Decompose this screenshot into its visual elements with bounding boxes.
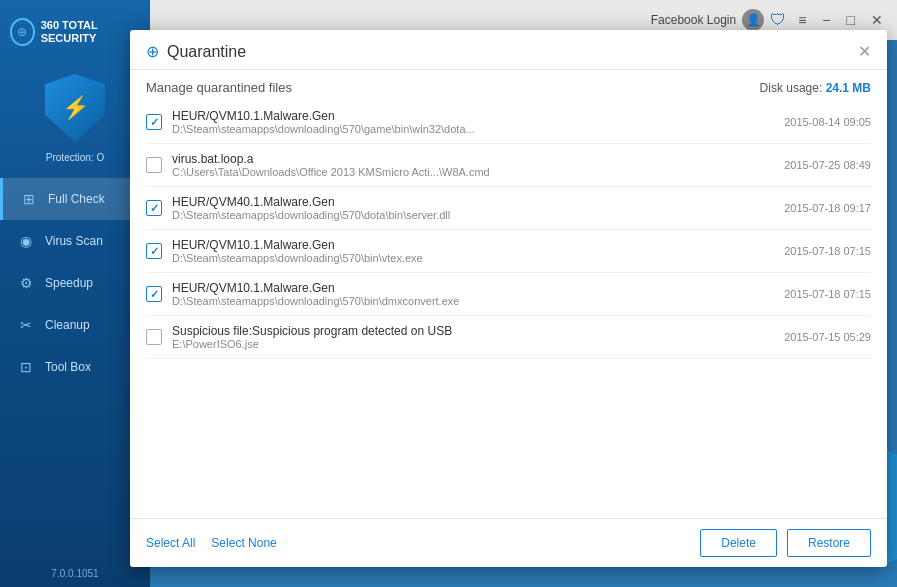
dialog-subheader: Manage quarantined files Disk usage: 24.… [130, 70, 887, 101]
file-date-5: 2015-07-15 05:29 [784, 331, 871, 343]
shield-small-icon: 🛡 [770, 11, 786, 29]
nav-items: ⊞ Full Check ◉ Virus Scan ⚙ Speedup ✂ Cl… [0, 178, 150, 560]
sidebar-item-virus-scan[interactable]: ◉ Virus Scan [0, 220, 150, 262]
file-date-0: 2015-08-14 09:05 [784, 116, 871, 128]
app-name: 360 TOTAL SECURITY [41, 19, 140, 45]
file-info-2: HEUR/QVM40.1.Malware.Gen D:\Steam\steama… [172, 195, 774, 221]
facebook-login-text: Facebook Login [651, 13, 736, 27]
dialog-footer: Select All Select None Delete Restore [130, 518, 887, 567]
virus-scan-label: Virus Scan [45, 234, 103, 248]
user-avatar: 👤 [742, 9, 764, 31]
cleanup-icon: ✂ [15, 314, 37, 336]
file-path-0: D:\Steam\steamapps\downloading\570\game\… [172, 123, 774, 135]
speedup-label: Speedup [45, 276, 93, 290]
disk-usage: Disk usage: 24.1 MB [760, 81, 871, 95]
file-name-4: HEUR/QVM10.1.Malware.Gen [172, 281, 774, 295]
dialog-title: Quarantine [167, 43, 246, 61]
file-checkbox-5[interactable] [146, 329, 162, 345]
sidebar: ⊕ 360 TOTAL SECURITY ⚡ Protection: O ⊞ F… [0, 0, 150, 587]
disk-usage-label: Disk usage: [760, 81, 823, 95]
file-info-4: HEUR/QVM10.1.Malware.Gen D:\Steam\steama… [172, 281, 774, 307]
full-check-icon: ⊞ [18, 188, 40, 210]
table-row: ✓ HEUR/QVM10.1.Malware.Gen D:\Steam\stea… [146, 230, 871, 273]
dialog-title-icon: ⊕ [146, 42, 159, 61]
close-button[interactable]: ✕ [867, 10, 887, 30]
file-path-4: D:\Steam\steamapps\downloading\570\bin\d… [172, 295, 774, 307]
sidebar-item-cleanup[interactable]: ✂ Cleanup [0, 304, 150, 346]
table-row: Suspicious file:Suspicious program detec… [146, 316, 871, 359]
maximize-button[interactable]: □ [843, 10, 859, 30]
footer-links: Select All Select None [146, 536, 277, 550]
table-row: ✓ HEUR/QVM10.1.Malware.Gen D:\Steam\stea… [146, 273, 871, 316]
sidebar-item-tool-box[interactable]: ⊡ Tool Box [0, 346, 150, 388]
file-name-3: HEUR/QVM10.1.Malware.Gen [172, 238, 774, 252]
virus-scan-icon: ◉ [15, 230, 37, 252]
sidebar-item-speedup[interactable]: ⚙ Speedup [0, 262, 150, 304]
file-checkbox-0[interactable]: ✓ [146, 114, 162, 130]
restore-button[interactable]: Restore [787, 529, 871, 557]
file-name-0: HEUR/QVM10.1.Malware.Gen [172, 109, 774, 123]
file-info-5: Suspicious file:Suspicious program detec… [172, 324, 774, 350]
file-path-5: E:\PowerISO6.jse [172, 338, 774, 350]
dialog-title-row: ⊕ Quarantine [146, 42, 246, 61]
file-name-5: Suspicious file:Suspicious program detec… [172, 324, 774, 338]
app-logo-icon: ⊕ [10, 18, 35, 46]
file-date-3: 2015-07-18 07:15 [784, 245, 871, 257]
select-none-link[interactable]: Select None [211, 536, 276, 550]
file-path-2: D:\Steam\steamapps\downloading\570\dota\… [172, 209, 774, 221]
menu-button[interactable]: ≡ [794, 10, 810, 30]
file-path-1: C:\Users\Tata\Downloads\Office 2013 KMSm… [172, 166, 774, 178]
protection-status: Protection: O [46, 152, 104, 163]
file-info-3: HEUR/QVM10.1.Malware.Gen D:\Steam\steama… [172, 238, 774, 264]
file-date-4: 2015-07-18 07:15 [784, 288, 871, 300]
file-info-0: HEUR/QVM10.1.Malware.Gen D:\Steam\steama… [172, 109, 774, 135]
file-name-1: virus.bat.loop.a [172, 152, 774, 166]
dialog-close-button[interactable]: ✕ [858, 42, 871, 61]
cleanup-label: Cleanup [45, 318, 90, 332]
disk-usage-value: 24.1 MB [826, 81, 871, 95]
file-info-1: virus.bat.loop.a C:\Users\Tata\Downloads… [172, 152, 774, 178]
app-logo: ⊕ 360 TOTAL SECURITY [0, 10, 150, 54]
file-date-1: 2015-07-25 08:49 [784, 159, 871, 171]
speedup-icon: ⚙ [15, 272, 37, 294]
select-all-link[interactable]: Select All [146, 536, 195, 550]
quarantine-dialog: ⊕ Quarantine ✕ Manage quarantined files … [130, 30, 887, 567]
version-label: 7.0.0.1051 [43, 560, 106, 587]
table-row: ✓ HEUR/QVM10.1.Malware.Gen D:\Steam\stea… [146, 101, 871, 144]
file-checkbox-3[interactable]: ✓ [146, 243, 162, 259]
file-name-2: HEUR/QVM40.1.Malware.Gen [172, 195, 774, 209]
shield-icon: ⚡ [45, 74, 105, 142]
file-path-3: D:\Steam\steamapps\downloading\570\bin\v… [172, 252, 774, 264]
file-list: ✓ HEUR/QVM10.1.Malware.Gen D:\Steam\stea… [130, 101, 887, 518]
sidebar-item-full-check[interactable]: ⊞ Full Check [0, 178, 150, 220]
table-row: ✓ HEUR/QVM40.1.Malware.Gen D:\Steam\stea… [146, 187, 871, 230]
table-row: virus.bat.loop.a C:\Users\Tata\Downloads… [146, 144, 871, 187]
tool-box-icon: ⊡ [15, 356, 37, 378]
file-date-2: 2015-07-18 09:17 [784, 202, 871, 214]
facebook-login: Facebook Login 👤 🛡 [651, 9, 786, 31]
footer-buttons: Delete Restore [700, 529, 871, 557]
file-checkbox-1[interactable] [146, 157, 162, 173]
shield-container: ⚡ [45, 74, 105, 142]
dialog-header: ⊕ Quarantine ✕ [130, 30, 887, 70]
subheader-label: Manage quarantined files [146, 80, 292, 95]
minimize-button[interactable]: − [818, 10, 834, 30]
delete-button[interactable]: Delete [700, 529, 777, 557]
file-checkbox-2[interactable]: ✓ [146, 200, 162, 216]
full-check-label: Full Check [48, 192, 105, 206]
file-checkbox-4[interactable]: ✓ [146, 286, 162, 302]
tool-box-label: Tool Box [45, 360, 91, 374]
